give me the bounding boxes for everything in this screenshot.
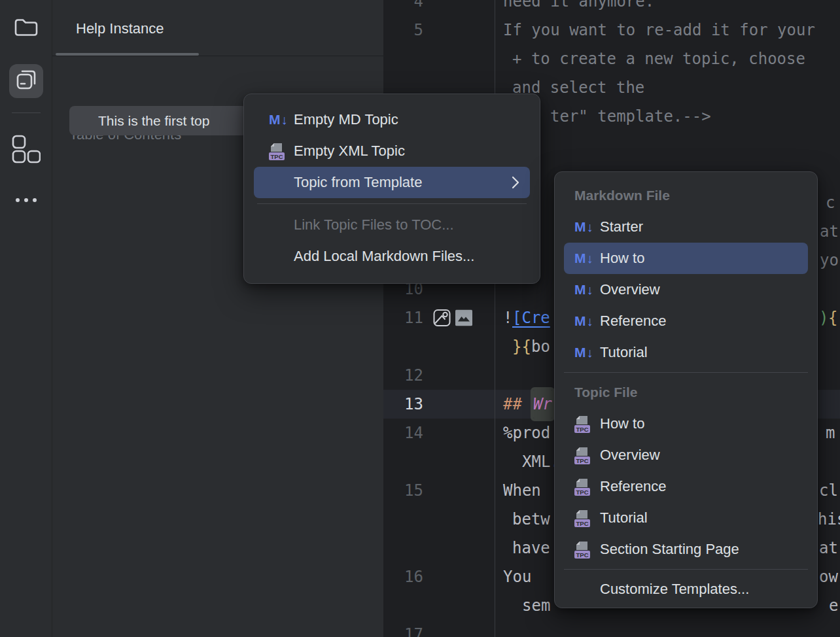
line-number: 4 [383,0,423,16]
markdown-file-icon: M↓ [574,250,593,266]
line-number: 5 [383,16,423,44]
submenu-item-reference[interactable]: M↓Reference [564,305,808,337]
line-number: 12 [383,361,423,390]
submenu-item-section-starting-page[interactable]: TPCSection Starting Page [564,534,808,565]
submenu-item-reference[interactable]: TPCReference [564,471,808,502]
markdown-file-icon: M↓ [574,219,593,235]
chevron-right-icon [512,176,519,189]
code-text: sem [522,591,550,620]
code-text: If you want to re-add it for your [503,16,815,44]
instances-icon [13,67,39,95]
toc-item-label: This is the first top [98,113,209,128]
activity-bar-divider [12,112,41,113]
topic-file-icon: TPC [269,143,285,160]
line-number: 14 [383,419,423,447]
editor-line: 4need it anymore. [383,0,840,16]
activity-bar [0,0,52,637]
more-icon [15,194,37,205]
svg-text:TPC: TPC [576,456,589,464]
template-submenu: Markdown FileM↓StarterM↓How toM↓Overview… [554,171,818,608]
submenu-item-overview[interactable]: M↓Overview [564,274,808,305]
folder-icon [14,16,39,41]
menu-section-markdown-file: Markdown File [574,180,817,211]
menu-separator [564,372,808,373]
code-text: need it anymore. [503,0,654,16]
code-text: You [503,562,531,591]
submenu-item-customize-templates[interactable]: Customize Templates... [564,574,808,605]
menu-item-label: How to [600,415,644,432]
toc-item-first-topic[interactable]: This is the first top [69,106,247,135]
tab-help-instance[interactable]: Help Instance [76,20,164,37]
topic-file-icon: TPC [574,415,590,433]
menu-item-label: Section Starting Page [600,541,739,558]
line-number: 15 [383,476,423,505]
menu-item-label: Overview [600,447,660,464]
menu-item-add-local-markdown-files[interactable]: Add Local Markdown Files... [254,241,530,272]
code-text: cl [819,476,838,505]
ide-window: 4need it anymore.5If you want to re-add … [0,0,840,637]
menu-item-label: Tutorial [600,344,648,361]
code-text: }{ [512,332,531,361]
code-text: + to create a new topic, choose [512,44,814,73]
markdown-file-icon: M↓ [574,313,593,329]
code-text: at [820,217,839,246]
code-text: ow [819,562,838,591]
markdown-file-icon: M↓ [574,282,593,298]
context-menu: M↓Empty MD TopicTPCEmpty XML TopicTopic … [243,94,540,284]
structure-icon [12,135,41,166]
panel-header: Help Instance [52,0,383,56]
menu-item-label: Reference [600,478,667,495]
menu-item-label: Empty XML Topic [294,143,405,160]
code-text: bo [531,332,550,361]
svg-text:TPC: TPC [576,488,589,495]
structure-tool-button[interactable] [9,133,43,167]
submenu-item-tutorial[interactable]: TPCTutorial [564,502,808,534]
code-text: at [819,534,838,562]
svg-text:TPC: TPC [576,551,589,558]
code-text: have [512,534,550,562]
submenu-item-how-to[interactable]: TPCHow to [564,408,808,439]
menu-item-empty-xml-topic[interactable]: TPCEmpty XML Topic [254,135,530,167]
code-text: betw [512,505,550,534]
project-tool-button[interactable] [9,12,43,46]
markdown-file-icon: M↓ [269,112,288,128]
code-text: { [828,303,837,332]
menu-item-topic-from-template[interactable]: Topic from Template [254,167,530,198]
svg-text:TPC: TPC [576,519,589,526]
code-text: Wr [533,390,552,419]
submenu-item-tutorial[interactable]: M↓Tutorial [564,337,808,368]
code-text: ) [819,303,828,332]
topic-file-icon: TPC [574,509,590,527]
editor-line: 5If you want to re-add it for your [383,16,840,44]
menu-item-empty-md-topic[interactable]: M↓Empty MD Topic [254,104,530,135]
image-outline-icon[interactable] [433,309,451,327]
submenu-item-starter[interactable]: M↓Starter [564,211,808,243]
active-tab-indicator [56,53,199,56]
menu-item-label: How to [600,250,644,267]
menu-item-label: Empty MD Topic [294,111,398,128]
menu-item-label: Customize Templates... [600,581,749,598]
instances-tool-button[interactable] [9,64,43,98]
code-text: e [829,591,838,620]
svg-text:TPC: TPC [271,152,283,160]
markdown-file-icon: M↓ [574,345,593,360]
code-text: m [826,419,835,447]
image-filled-icon[interactable] [455,310,472,326]
topic-file-icon: TPC [574,541,590,559]
code-text: [Cre [512,303,550,332]
more-tools-button[interactable] [9,182,43,216]
topic-file-icon: TPC [574,478,590,496]
menu-item-label: Topic from Template [294,174,422,191]
svg-text:TPC: TPC [576,425,589,432]
submenu-item-overview[interactable]: TPCOverview [564,439,808,471]
menu-item-label: Tutorial [600,509,648,526]
editor-line: + to create a new topic, choose [383,44,840,73]
line-number: 11 [383,303,423,332]
menu-item-label: Overview [600,281,660,298]
menu-item-link-topic-files-to-toc[interactable]: Link Topic Files to TOC... [254,209,530,241]
submenu-item-how-to[interactable]: M↓How to [564,243,808,274]
menu-separator [257,203,527,204]
line-number: 17 [383,620,423,637]
line-number: 16 [383,562,423,591]
code-text: yo [820,246,839,275]
